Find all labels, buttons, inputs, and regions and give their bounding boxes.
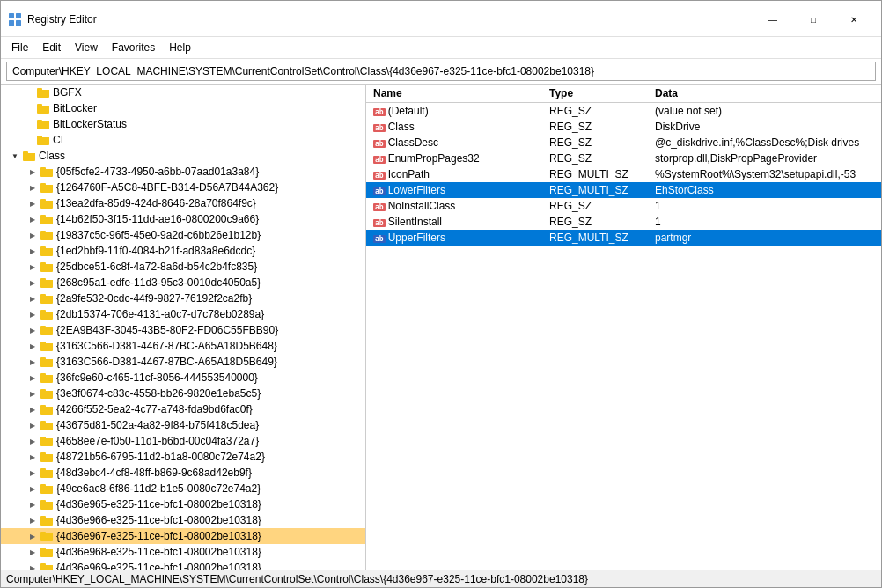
- folder-icon: [40, 260, 54, 274]
- list-item[interactable]: ▶ {13ea2dfa-85d9-424d-8646-28a70f864f9c}: [1, 195, 365, 211]
- list-item[interactable]: ▶ {49ce6ac8-6f86-11d2-b1e5-0080c72e74a2}: [1, 481, 365, 496]
- list-item[interactable]: ▶ {3e3f0674-c83c-4558-bb26-9820e1eba5c5}: [1, 386, 365, 401]
- list-item[interactable]: ▶ {3163C566-D381-4467-87BC-A65A18D5B648}: [1, 338, 365, 354]
- value-data: 1: [648, 198, 881, 214]
- folder-icon: [40, 481, 54, 496]
- table-row[interactable]: abIconPath REG_MULTI_SZ %SystemRoot%\Sys…: [366, 166, 881, 182]
- address-bar: [1, 59, 881, 85]
- list-item[interactable]: ▶ {4d36e968-e325-11ce-bfc1-08002be10318}: [1, 544, 365, 560]
- title-bar-left: Registry Editor: [8, 12, 97, 26]
- list-item[interactable]: ▶ {4d36e966-e325-11ce-bfc1-08002be10318}: [1, 512, 365, 528]
- value-data: %SystemRoot%\System32\setupapi.dll,-53: [648, 166, 881, 182]
- list-item[interactable]: ▶ {3163C566-D381-4467-87BC-A65A18D5B649}: [1, 354, 365, 370]
- folder-icon: [40, 196, 54, 210]
- tree-label: {4d36e965-e325-11ce-bfc1-08002be10318}: [56, 498, 261, 511]
- folder-icon: [36, 85, 50, 99]
- value-name: abSilentInstall: [366, 214, 542, 230]
- list-item[interactable]: ▶ {268c95a1-edfe-11d3-95c3-0010dc4050a5}: [1, 275, 365, 290]
- minimize-button[interactable]: —: [753, 6, 793, 33]
- tree-label: {4d36e968-e325-11ce-bfc1-08002be10318}: [56, 546, 261, 558]
- list-item[interactable]: ▶ {36fc9e60-c465-11cf-8056-444553540000}: [1, 370, 365, 386]
- list-item[interactable]: ▶ {19837c5c-96f5-45e0-9a2d-c6bb26e1b12b}: [1, 227, 365, 243]
- list-item[interactable]: ▶ {1ed2bbf9-11f0-4084-b21f-ad83a8e6dcdc}: [1, 243, 365, 259]
- table-row-lowerfilters[interactable]: abLowerFilters REG_MULTI_SZ EhStorClass: [366, 182, 881, 198]
- title-bar: Registry Editor — □ ✕: [1, 1, 881, 37]
- tree-label: {43675d81-502a-4a82-9f84-b75f418c5dea}: [56, 419, 259, 431]
- folder-icon: [40, 323, 54, 337]
- list-item[interactable]: ▶ {4658ee7e-f050-11d1-b6bd-00c04fa372a7}: [1, 433, 365, 449]
- tree-toggle: ▶: [26, 228, 40, 242]
- tree-toggle-class[interactable]: ▼: [8, 149, 22, 163]
- folder-icon: [40, 355, 54, 369]
- folder-icon: [40, 466, 54, 480]
- tree-label: {14b62f50-3f15-11dd-ae16-0800200c9a66}: [56, 213, 259, 225]
- tree-toggle: ▶: [26, 260, 40, 274]
- list-item[interactable]: ▶ {48d3ebc4-4cf8-48ff-b869-9c68ad42eb9f}: [1, 465, 365, 481]
- table-row[interactable]: abClassDesc REG_SZ @c_diskdrive.inf,%Cla…: [366, 135, 881, 151]
- list-item[interactable]: ▶ {05f5cfe2-4733-4950-a6bb-07aad01a3a84}: [1, 164, 365, 180]
- table-row[interactable]: abEnumPropPages32 REG_SZ storprop.dll,Di…: [366, 151, 881, 166]
- tree-item-class[interactable]: ▼ Class: [1, 148, 365, 164]
- list-item[interactable]: ▶ {1264760F-A5C8-4BFE-B314-D56A7B44A362}: [1, 180, 365, 195]
- folder-icon: [40, 529, 54, 543]
- svg-rect-0: [9, 13, 14, 18]
- tree-item-bitlocker[interactable]: BitLocker: [1, 100, 365, 116]
- list-item[interactable]: ▶ {25dbce51-6c8f-4a72-8a6d-b54c2b4fc835}: [1, 259, 365, 275]
- list-item[interactable]: ▶ {2db15374-706e-4131-a0c7-d7c78eb0289a}: [1, 306, 365, 322]
- folder-icon: [40, 180, 54, 195]
- list-item[interactable]: ▶ {43675d81-502a-4a82-9f84-b75f418c5dea}: [1, 417, 365, 433]
- tree-item-bitlockerstatus[interactable]: BitLockerStatus: [1, 116, 365, 132]
- close-button[interactable]: ✕: [834, 6, 874, 33]
- value-type: REG_SZ: [542, 214, 648, 230]
- table-row[interactable]: abNoInstallClass REG_SZ 1: [366, 198, 881, 214]
- maximize-button[interactable]: □: [793, 6, 834, 33]
- menu-favorites[interactable]: Favorites: [105, 39, 162, 56]
- tree-toggle: ▶: [26, 276, 40, 290]
- value-type: REG_SZ: [542, 135, 648, 151]
- list-item[interactable]: ▶ {14b62f50-3f15-11dd-ae16-0800200c9a66}: [1, 211, 365, 227]
- list-item[interactable]: ▶ {4266f552-5ea2-4c77-a748-fda9bd6fac0f}: [1, 401, 365, 417]
- folder-icon: [40, 276, 54, 290]
- folder-icon: [22, 149, 36, 163]
- tree-toggle: ▶: [26, 323, 40, 337]
- table-row-upperfilters[interactable]: abUpperFilters REG_MULTI_SZ partmgr: [366, 230, 881, 246]
- values-table[interactable]: Name Type Data ab(Default) REG_SZ (value…: [366, 85, 881, 570]
- menu-help[interactable]: Help: [162, 39, 198, 56]
- value-type: REG_SZ: [542, 119, 648, 135]
- menu-file[interactable]: File: [4, 39, 35, 56]
- folder-icon: [40, 545, 54, 559]
- menu-edit[interactable]: Edit: [35, 39, 68, 56]
- list-item[interactable]: ▶ {4d36e965-e325-11ce-bfc1-08002be10318}: [1, 496, 365, 512]
- tree-item-bgfx[interactable]: BGFX: [1, 85, 365, 100]
- value-data: 1: [648, 214, 881, 230]
- list-item[interactable]: ▶ {2a9fe532-0cdc-44f9-9827-76192f2ca2fb}: [1, 290, 365, 306]
- value-type: REG_SZ: [542, 198, 648, 214]
- tree-label: {19837c5c-96f5-45e0-9a2d-c6bb26e1b12b}: [56, 229, 261, 241]
- tree-label: BGFX: [53, 86, 82, 99]
- tree-toggle: ▶: [26, 355, 40, 369]
- list-item[interactable]: ▶ {4d36e969-e325-11ce-bfc1-08002be10318}: [1, 560, 365, 570]
- tree-toggle: ▶: [26, 402, 40, 416]
- menu-view[interactable]: View: [68, 39, 105, 56]
- list-item[interactable]: ▶ {2EA9B43F-3045-43B5-80F2-FD06C55FBB90}: [1, 322, 365, 338]
- tree-panel-inner: BGFX BitLocker: [1, 85, 365, 570]
- value-name: abClassDesc: [366, 135, 542, 151]
- tree-toggle: [22, 133, 36, 147]
- folder-icon: [40, 244, 54, 258]
- table-row[interactable]: abClass REG_SZ DiskDrive: [366, 119, 881, 135]
- tree-panel[interactable]: BGFX BitLocker: [1, 85, 366, 570]
- folder-icon: [40, 291, 54, 305]
- list-item[interactable]: ▶ {48721b56-6795-11d2-b1a8-0080c72e74a2}: [1, 449, 365, 465]
- value-type: REG_MULTI_SZ: [542, 182, 648, 198]
- table-row[interactable]: abSilentInstall REG_SZ 1: [366, 214, 881, 230]
- reg-icon: ab: [373, 140, 386, 148]
- table-row[interactable]: ab(Default) REG_SZ (value not set): [366, 103, 881, 119]
- tree-item-ci[interactable]: CI: [1, 132, 365, 148]
- registry-editor-icon: [8, 12, 22, 26]
- value-data: partmgr: [648, 230, 881, 246]
- tree-toggle: ▶: [26, 513, 40, 527]
- folder-icon: [40, 450, 54, 464]
- tree-toggle: [22, 117, 36, 131]
- tree-item-selected[interactable]: ▶ {4d36e967-e325-11ce-bfc1-08002be10318}: [1, 528, 365, 544]
- address-input[interactable]: [6, 62, 876, 81]
